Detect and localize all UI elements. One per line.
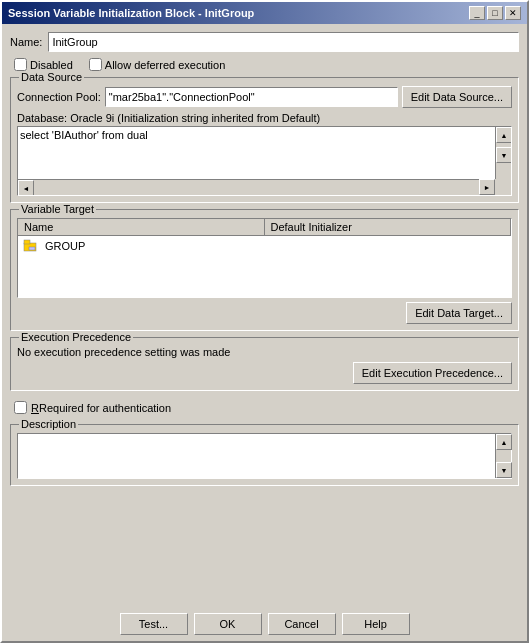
help-button[interactable]: Help [342, 613, 410, 635]
sql-scrollbar-vertical[interactable]: ▲ ▼ [495, 127, 511, 179]
disabled-checkbox[interactable] [14, 58, 27, 71]
edit-execution-precedence-button[interactable]: Edit Execution Precedence... [353, 362, 512, 384]
desc-scroll-up-btn[interactable]: ▲ [496, 434, 512, 450]
conn-pool-input[interactable] [105, 87, 398, 107]
checkbox-row: Disabled Allow deferred execution [10, 58, 519, 71]
variable-target-table: Name Default Initializer GROUP [17, 218, 512, 298]
disabled-checkbox-item: Disabled [14, 58, 73, 71]
desc-scrollbar-vertical[interactable]: ▲ ▼ [495, 434, 511, 478]
db-info-text: Database: Oracle 9i (Initialization stri… [17, 112, 512, 124]
scroll-down-btn[interactable]: ▼ [496, 147, 512, 163]
main-window: Session Variable Initialization Block - … [0, 0, 529, 643]
scroll-corner [495, 179, 511, 195]
test-button[interactable]: Test... [120, 613, 188, 635]
name-input[interactable] [48, 32, 519, 52]
content-area: Name: Disabled Allow deferred execution … [2, 24, 527, 609]
group-name-cell: GROUP [41, 239, 274, 253]
scroll-up-btn[interactable]: ▲ [496, 127, 512, 143]
disabled-label: Disabled [30, 59, 73, 71]
description-label: Description [19, 418, 78, 430]
group-icon [22, 238, 38, 254]
svg-rect-2 [29, 247, 35, 250]
auth-label: RRequired for authentication [31, 402, 171, 414]
exec-prec-label: Execution Precedence [19, 331, 133, 343]
bottom-buttons: Test... OK Cancel Help [2, 609, 527, 641]
deferred-label: Allow deferred execution [105, 59, 225, 71]
title-bar: Session Variable Initialization Block - … [2, 2, 527, 24]
maximize-button[interactable]: □ [487, 6, 503, 20]
name-label: Name: [10, 36, 42, 48]
data-source-label: Data Source [19, 71, 84, 83]
table-header: Name Default Initializer [18, 219, 511, 236]
variable-target-group: Variable Target Name Default Initializer… [10, 209, 519, 331]
window-title: Session Variable Initialization Block - … [8, 7, 254, 19]
minimize-button[interactable]: _ [469, 6, 485, 20]
conn-pool-label: Connection Pool: [17, 91, 101, 103]
data-source-group: Data Source Connection Pool: Edit Data S… [10, 77, 519, 203]
connection-pool-row: Connection Pool: Edit Data Source... [17, 86, 512, 108]
variable-target-label: Variable Target [19, 203, 96, 215]
group-default-cell [274, 245, 507, 247]
desc-textarea-container: ▲ ▼ [17, 433, 512, 479]
deferred-checkbox-item: Allow deferred execution [89, 58, 225, 71]
scroll-right-btn[interactable]: ► [479, 179, 495, 195]
exec-prec-text: No execution precedence setting was made [17, 346, 512, 358]
auth-row: RRequired for authentication [10, 397, 519, 418]
cancel-button[interactable]: Cancel [268, 613, 336, 635]
execution-precedence-group: Execution Precedence No execution preced… [10, 337, 519, 391]
description-group: Description ▲ ▼ [10, 424, 519, 486]
close-button[interactable]: ✕ [505, 6, 521, 20]
table-row[interactable]: GROUP [18, 236, 511, 256]
deferred-checkbox[interactable] [89, 58, 102, 71]
auth-checkbox[interactable] [14, 401, 27, 414]
sql-scrollbar-horizontal[interactable]: ◄ ► [18, 179, 495, 195]
svg-rect-1 [24, 240, 30, 244]
col-default-header: Default Initializer [265, 219, 512, 235]
edit-target-row: Edit Data Target... [17, 302, 512, 324]
sql-textarea-container: ▲ ▼ ◄ ► [17, 126, 512, 196]
title-bar-buttons: _ □ ✕ [469, 6, 521, 20]
ok-button[interactable]: OK [194, 613, 262, 635]
desc-scroll-down-btn[interactable]: ▼ [496, 462, 512, 478]
edit-data-source-button[interactable]: Edit Data Source... [402, 86, 512, 108]
exec-btn-row: Edit Execution Precedence... [17, 362, 512, 384]
description-textarea[interactable] [18, 434, 495, 478]
edit-data-target-button[interactable]: Edit Data Target... [406, 302, 512, 324]
name-row: Name: [10, 32, 519, 52]
auth-label-text: RRequired for authentication [31, 402, 171, 414]
scroll-left-btn[interactable]: ◄ [18, 180, 34, 196]
col-name-header: Name [18, 219, 265, 235]
